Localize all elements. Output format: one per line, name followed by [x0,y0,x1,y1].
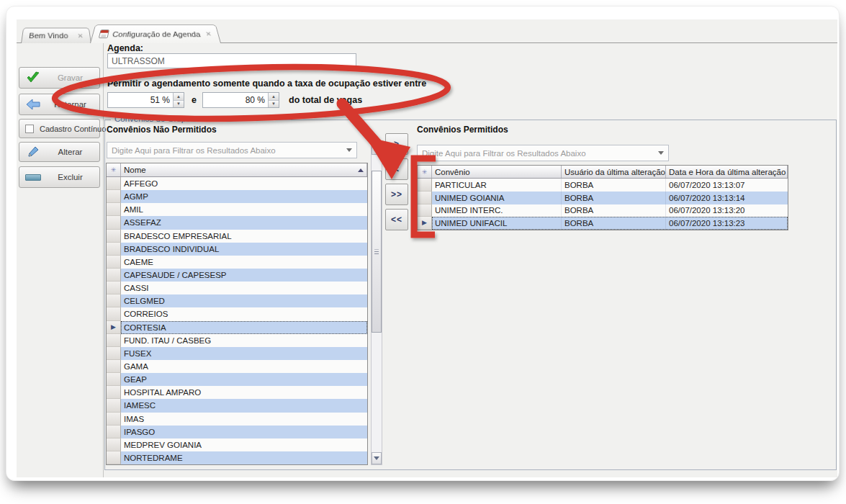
table-row[interactable]: ▶GAMA [107,360,367,373]
table-row[interactable]: ▶IPASGO [107,426,367,438]
excluir-button[interactable]: Excluir [19,166,100,188]
table-row[interactable]: ▶CAEME [107,256,367,269]
retornar-button[interactable]: Retornar [19,94,100,115]
move-all-right-button[interactable]: >> [385,184,408,205]
table-row[interactable]: ▶FUND. ITAU / CASBEG [107,334,367,347]
row-selector-cell[interactable]: ▶ [107,334,121,347]
gravar-button[interactable]: Gravar [19,67,100,89]
table-row[interactable]: ▶IMAS [107,413,367,426]
table-row[interactable]: ▶HOSPITAL AMPARO [107,386,367,399]
scroll-down-icon[interactable] [372,452,382,464]
left-grid-scrollbar[interactable] [371,142,382,465]
row-selector-cell[interactable]: ▶ [107,360,121,373]
groupbox-title: Convênios do Grupo [111,114,194,123]
row-selector-cell[interactable]: ▶ [107,282,121,294]
table-row[interactable]: ▶UNIMED UNIFACILBORBA06/07/2020 13:13:23 [418,217,788,230]
pencil-icon [25,145,41,159]
row-selector-cell[interactable]: ▶ [107,294,121,307]
row-selector-cell[interactable]: ▶ [418,204,432,217]
table-row[interactable]: ▶GEAP [107,373,367,386]
row-content: UNIMED GOIANIABORBA06/07/2020 13:13:14 [432,192,788,204]
table-row[interactable]: ▶NORTEDRAME [107,451,367,464]
table-row[interactable]: ▶CELGMED [107,294,367,307]
spinner-up-icon[interactable]: ▲ [174,93,184,100]
column-header-nome[interactable]: Nome [121,163,367,176]
checkbox-icon[interactable] [25,125,34,133]
table-row[interactable]: ▶CORTESIA [107,321,367,334]
move-right-button[interactable]: > [385,133,408,155]
cell-nome: ASSEFAZ [121,216,367,229]
close-icon[interactable]: ✕ [205,30,212,37]
row-selector-cell[interactable]: ▶ [107,190,121,203]
table-row[interactable]: ▶FUSEX [107,347,367,360]
table-row[interactable]: ▶UNIMED GOIANIABORBA06/07/2020 13:13:14 [418,192,788,204]
agenda-input[interactable]: ULTRASSOM [107,53,356,68]
row-content: CORTESIA [121,321,367,334]
alterar-button[interactable]: Alterar [19,142,100,162]
column-header-usuario[interactable]: Usuário da última alteração [562,166,666,178]
cadastro-continuo-checkbox[interactable]: Cadastro Contínuo [19,119,100,138]
chevron-down-icon[interactable] [658,151,664,155]
table-row[interactable]: ▶CORREIOS [107,307,367,320]
spinner-up-icon[interactable]: ▲ [269,93,279,100]
row-selector-cell[interactable]: ▶ [107,177,121,190]
scroll-up-icon[interactable] [372,143,382,155]
left-filter-combobox[interactable]: Digite Aqui para Filtrar os Resultados A… [107,142,357,158]
row-content: GEAP [121,373,367,386]
table-row[interactable]: ▶PARTICULARBORBA06/07/2020 13:13:07 [418,179,788,192]
cell-data-hora: 06/07/2020 13:13:07 [666,179,788,192]
row-selector-cell[interactable]: ▶ [418,217,432,230]
move-all-left-button[interactable]: << [385,209,408,230]
row-content: GAMA [121,360,367,373]
row-selector-cell[interactable]: ▶ [107,216,121,229]
table-row[interactable]: ▶AGMP [107,190,367,203]
max-occupancy-value: 80 % [203,95,268,105]
right-filter-combobox[interactable]: Digite Aqui para Filtrar os Resultados A… [417,145,669,161]
sort-ascending-icon [358,168,364,172]
row-selector-cell[interactable]: ▶ [107,426,121,438]
move-left-button[interactable]: < [385,158,408,180]
row-selector-cell[interactable]: ▶ [107,413,121,426]
spinner-down-icon[interactable]: ▼ [269,100,279,108]
max-occupancy-spinner[interactable]: 80 % ▲ ▼ [202,92,279,108]
table-row[interactable]: ▶CASSI [107,282,367,294]
row-selector-cell[interactable]: ▶ [418,179,432,192]
table-row[interactable]: ▶BRADESCO EMPRESARIAL [107,230,367,243]
tab-configuracao-de-agenda[interactable]: Configuração de Agenda ✕ [90,24,221,43]
row-selector-cell[interactable]: ▶ [107,438,121,451]
table-row[interactable]: ▶CAPESAUDE / CAPESESP [107,269,367,282]
table-row[interactable]: ▶BRADESCO INDIVIDUAL [107,243,367,256]
row-selector-cell[interactable]: ▶ [107,451,121,464]
tab-bem-vindo[interactable]: Bem Vindo ✕ [21,28,91,43]
row-selector-cell[interactable]: ▶ [107,373,121,386]
check-icon [25,71,41,85]
row-selector-cell[interactable]: ▶ [107,230,121,243]
row-selector-cell[interactable]: ▶ [107,307,121,320]
min-occupancy-spinner[interactable]: 51 % ▲ ▼ [107,92,184,108]
spinner-down-icon[interactable]: ▼ [174,100,184,108]
table-row[interactable]: ▶UNIMED INTERC.BORBA06/07/2020 13:13:20 [418,204,788,217]
table-row[interactable]: ▶AMIL [107,203,367,216]
cell-nome: IPASGO [121,426,367,438]
row-selector-cell[interactable]: ▶ [107,321,121,334]
row-selector-cell[interactable]: ▶ [418,192,432,204]
column-header-convenio[interactable]: Convênio [432,166,562,178]
column-header-data-hora[interactable]: Data e Hora da última alteração [666,166,788,178]
scrollbar-thumb[interactable] [372,171,382,333]
row-selector-cell[interactable]: ▶ [107,203,121,216]
table-row[interactable]: ▶MEDPREV GOIANIA [107,438,367,451]
row-selector-cell[interactable]: ▶ [107,386,121,399]
chevron-down-icon[interactable] [346,148,352,152]
row-selector-cell[interactable]: ▶ [107,347,121,360]
row-selector-cell[interactable]: ▶ [107,256,121,269]
application-window: Bem Vindo ✕ Configuração de Agenda ✕ Gra… [17,19,837,477]
row-content: AGMP [121,190,367,203]
row-selector-cell[interactable]: ▶ [107,243,121,256]
row-selector-cell[interactable]: ▶ [107,399,121,412]
table-row[interactable]: ▶IAMESC [107,399,367,412]
row-content: ASSEFAZ [121,216,367,229]
row-selector-cell[interactable]: ▶ [107,269,121,282]
close-icon[interactable]: ✕ [77,32,84,39]
table-row[interactable]: ▶AFFEGO [107,177,367,190]
table-row[interactable]: ▶ASSEFAZ [107,216,367,229]
